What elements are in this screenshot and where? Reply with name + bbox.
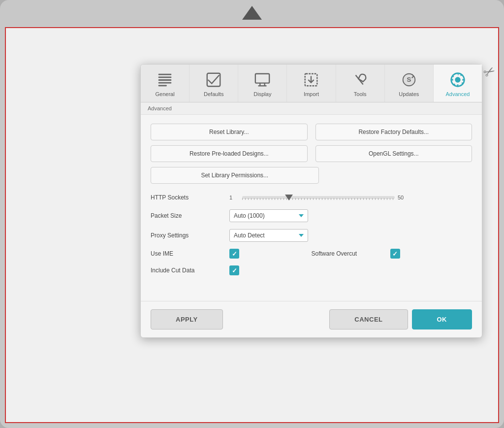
tools-icon: [352, 71, 369, 88]
proxy-settings-dropdown[interactable]: Auto Detect: [229, 229, 308, 242]
dialog-footer: APPLY CANCEL OK: [141, 301, 482, 337]
tab-updates-label: Updates: [399, 91, 419, 97]
packet-size-label: Packet Size: [151, 212, 229, 219]
use-ime-group: Use IME: [151, 249, 312, 259]
http-sockets-row: HTTP Sockets 1 50: [151, 193, 472, 202]
svg-rect-6: [255, 74, 269, 83]
cancel-button[interactable]: CANCEL: [329, 309, 408, 329]
svg-rect-2: [158, 79, 171, 81]
set-library-permissions-button[interactable]: Set Library Permissions...: [151, 167, 319, 184]
footer-right: CANCEL OK: [329, 309, 472, 329]
opengl-settings-button[interactable]: OpenGL Settings...: [315, 145, 472, 162]
packet-size-arrow: [299, 214, 304, 217]
proxy-settings-row: Proxy Settings Auto Detect: [151, 229, 472, 242]
http-sockets-slider[interactable]: [242, 193, 395, 202]
apply-button[interactable]: APPLY: [151, 309, 223, 329]
tab-general[interactable]: General: [141, 65, 189, 102]
svg-rect-3: [158, 82, 171, 84]
tab-defaults-label: Defaults: [204, 91, 223, 97]
button-row-2: Restore Pre-loaded Designs... OpenGL Set…: [151, 145, 472, 162]
restore-preloaded-button[interactable]: Restore Pre-loaded Designs...: [151, 145, 308, 162]
http-sockets-min: 1: [229, 195, 239, 200]
include-cut-data-checkbox[interactable]: [229, 265, 239, 275]
button-row-1: Reset Library... Restore Factory Default…: [151, 124, 472, 140]
tab-import-label: Import: [304, 91, 319, 97]
tab-advanced-label: Advanced: [445, 91, 470, 97]
restore-factory-button[interactable]: Restore Factory Defaults...: [315, 124, 472, 140]
svg-rect-1: [158, 76, 171, 78]
settings-section: HTTP Sockets 1 50 Packet Size Auto: [151, 193, 472, 275]
footer-left: APPLY: [151, 309, 223, 329]
tab-display-label: Display: [253, 91, 271, 97]
proxy-settings-value: Auto Detect: [234, 232, 265, 239]
reset-library-button[interactable]: Reset Library...: [151, 124, 308, 140]
tab-import[interactable]: Import: [287, 65, 336, 102]
import-icon: [303, 71, 319, 88]
use-ime-software-overcut-row: Use IME Software Overcut: [151, 249, 472, 259]
software-overcut-label: Software Overcut: [312, 250, 390, 257]
tab-updates[interactable]: S Updates: [385, 65, 434, 102]
tab-display[interactable]: Display: [238, 65, 287, 102]
http-sockets-slider-container: 1 50: [229, 193, 408, 202]
software-overcut-checkbox[interactable]: [390, 249, 400, 259]
display-icon: [254, 71, 271, 88]
content-area: Reset Library... Restore Factory Default…: [141, 115, 482, 291]
tabs-bar: General Defaults Display I: [141, 65, 482, 102]
http-sockets-label: HTTP Sockets: [151, 194, 229, 201]
software-overcut-group: Software Overcut: [312, 249, 472, 259]
breadcrumb: Advanced: [141, 102, 482, 115]
http-sockets-max: 50: [398, 195, 408, 200]
svg-text:S: S: [407, 76, 411, 83]
tab-tools-label: Tools: [354, 91, 367, 97]
advanced-icon: [449, 71, 466, 88]
packet-size-row: Packet Size Auto (1000): [151, 209, 472, 222]
packet-size-dropdown[interactable]: Auto (1000): [229, 209, 308, 222]
updates-icon: S: [401, 71, 417, 88]
use-ime-label: Use IME: [151, 250, 229, 257]
tab-defaults[interactable]: Defaults: [189, 65, 238, 102]
defaults-icon: [205, 71, 222, 88]
proxy-settings-arrow: [299, 234, 304, 237]
use-ime-checkbox[interactable]: [229, 249, 239, 259]
preferences-dialog: General Defaults Display I: [140, 64, 482, 338]
svg-rect-5: [207, 73, 220, 86]
proxy-settings-label: Proxy Settings: [151, 232, 229, 239]
packet-size-value: Auto (1000): [234, 212, 265, 219]
svg-point-17: [455, 77, 460, 82]
general-icon: [157, 71, 173, 88]
include-cut-data-row: Include Cut Data: [151, 265, 472, 275]
tab-tools[interactable]: Tools: [336, 65, 385, 102]
tab-general-label: General: [156, 91, 175, 97]
ok-button[interactable]: OK: [412, 309, 472, 329]
svg-rect-4: [158, 85, 167, 86]
include-cut-data-label: Include Cut Data: [151, 267, 229, 274]
svg-rect-0: [158, 74, 171, 75]
button-row-3: Set Library Permissions...: [151, 167, 472, 184]
tab-advanced[interactable]: Advanced: [434, 65, 482, 102]
